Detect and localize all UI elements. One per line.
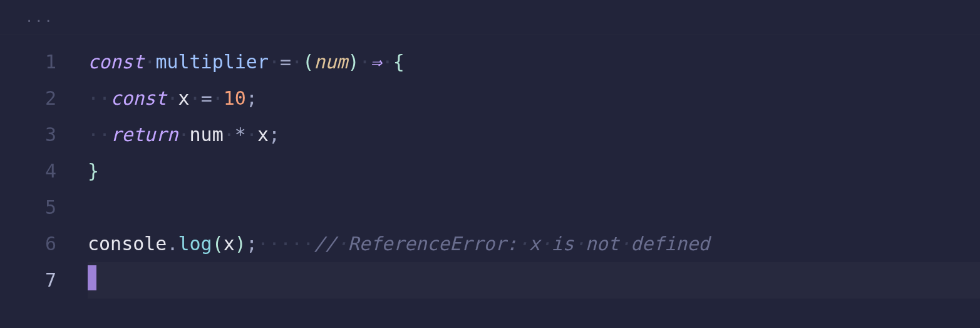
token-arrow: ⇒ — [371, 51, 382, 73]
code-content[interactable]: const·multiplier·=·(num)·⇒·{ — [88, 44, 980, 80]
whitespace-dot: · — [517, 233, 529, 255]
line-number: 5 — [0, 189, 88, 226]
code-content[interactable]: console.log(x);·····//·ReferenceError:·x… — [88, 226, 980, 262]
code-line[interactable]: 5 — [0, 189, 980, 226]
code-content[interactable]: ··return·num·*·x; — [88, 117, 980, 153]
token-keyword: const — [110, 87, 167, 109]
token-operator: = — [280, 51, 291, 73]
comment-text: not — [585, 233, 619, 255]
line-number: 4 — [0, 153, 88, 189]
whitespace-dot: ····· — [257, 233, 314, 255]
text-cursor — [88, 265, 96, 290]
line-number: 2 — [0, 80, 88, 117]
token-variable: x — [257, 124, 269, 145]
whitespace-dot: ·· — [88, 124, 110, 145]
breadcrumb[interactable]: ... — [0, 0, 980, 34]
comment-text: ReferenceError: — [348, 233, 517, 255]
code-line[interactable]: 1 const·multiplier·=·(num)·⇒·{ — [0, 44, 980, 80]
token-identifier: multiplier — [155, 51, 269, 73]
token-function: log — [178, 233, 212, 255]
code-line[interactable]: 4 } — [0, 153, 980, 189]
whitespace-dot: · — [269, 51, 280, 73]
comment-slash: // — [314, 233, 336, 255]
whitespace-dot: · — [178, 124, 190, 145]
code-content[interactable]: } — [88, 153, 980, 189]
code-area[interactable]: 1 const·multiplier·=·(num)·⇒·{ 2 ··const… — [0, 34, 980, 299]
whitespace-dot: · — [246, 124, 257, 145]
whitespace-dot: · — [540, 233, 552, 255]
token-variable: num — [190, 124, 224, 145]
whitespace-dot: · — [382, 51, 393, 73]
token-semicolon: ; — [246, 87, 257, 109]
token-parameter: num — [314, 51, 348, 73]
token-number: 10 — [224, 87, 246, 109]
whitespace-dot: · — [574, 233, 585, 255]
whitespace-dot: · — [336, 233, 348, 255]
token-brace-close: } — [88, 160, 99, 182]
line-number: 1 — [0, 44, 88, 80]
token-semicolon: ; — [269, 124, 280, 145]
token-comment: //·ReferenceError:·x·is·not·defined — [314, 233, 709, 255]
token-keyword: return — [110, 124, 178, 145]
breadcrumb-ellipsis[interactable]: ... — [25, 9, 54, 25]
whitespace-dot: ·· — [88, 87, 110, 109]
code-line-active[interactable]: 7 — [0, 262, 980, 299]
whitespace-dot: · — [144, 51, 155, 73]
token-operator: * — [235, 124, 246, 145]
line-number: 3 — [0, 117, 88, 153]
code-line[interactable]: 2 ··const·x·=·10; — [0, 80, 980, 117]
token-paren-close: ) — [235, 233, 246, 255]
token-brace-open: { — [393, 51, 405, 73]
comment-text: x — [529, 233, 540, 255]
code-line[interactable]: 6 console.log(x);·····//·ReferenceError:… — [0, 226, 980, 262]
token-object: console — [88, 233, 167, 255]
token-variable: x — [178, 87, 190, 109]
token-semicolon: ; — [246, 233, 257, 255]
token-variable: x — [224, 233, 235, 255]
line-number: 6 — [0, 226, 88, 262]
code-content[interactable] — [88, 262, 980, 299]
whitespace-dot: · — [619, 233, 631, 255]
line-number-active: 7 — [0, 262, 88, 299]
whitespace-dot: · — [291, 51, 302, 73]
whitespace-dot: · — [212, 87, 224, 109]
whitespace-dot: · — [359, 51, 371, 73]
token-dot: . — [167, 233, 178, 255]
code-editor[interactable]: ... 1 const·multiplier·=·(num)·⇒·{ 2 ··c… — [0, 0, 980, 328]
token-operator: = — [201, 87, 212, 109]
code-line[interactable]: 3 ··return·num·*·x; — [0, 117, 980, 153]
whitespace-dot: · — [190, 87, 201, 109]
comment-text: defined — [631, 233, 709, 255]
whitespace-dot: · — [167, 87, 178, 109]
token-keyword: const — [88, 51, 144, 73]
code-content[interactable]: ··const·x·=·10; — [88, 80, 980, 117]
comment-text: is — [552, 233, 574, 255]
token-paren-close: ) — [348, 51, 359, 73]
whitespace-dot: · — [224, 124, 235, 145]
token-paren-open: ( — [302, 51, 314, 73]
token-paren-open: ( — [212, 233, 224, 255]
